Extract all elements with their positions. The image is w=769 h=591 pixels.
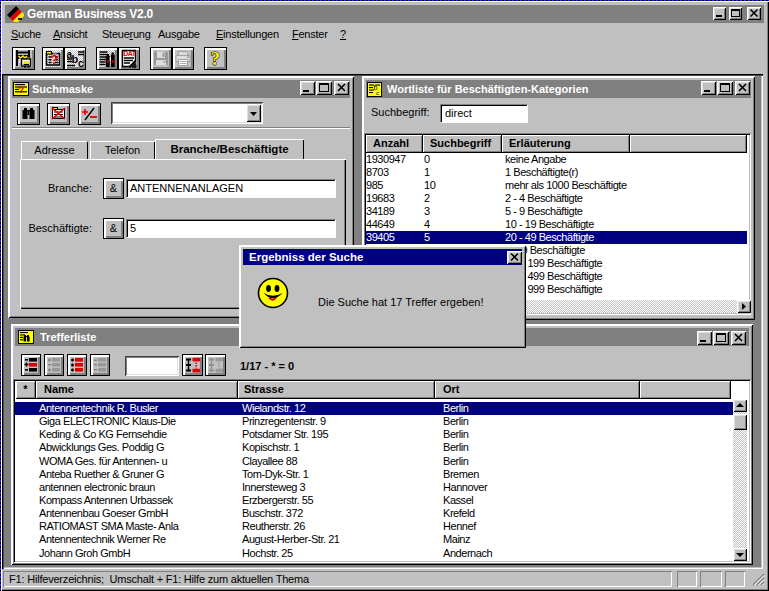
- svg-text:c: c: [78, 58, 84, 69]
- svg-text:c: c: [376, 90, 379, 96]
- svg-text:DAT: DAT: [123, 50, 137, 57]
- svg-text:?: ?: [50, 52, 58, 67]
- svg-text:?: ?: [211, 48, 221, 69]
- svg-text:?: ?: [19, 85, 25, 95]
